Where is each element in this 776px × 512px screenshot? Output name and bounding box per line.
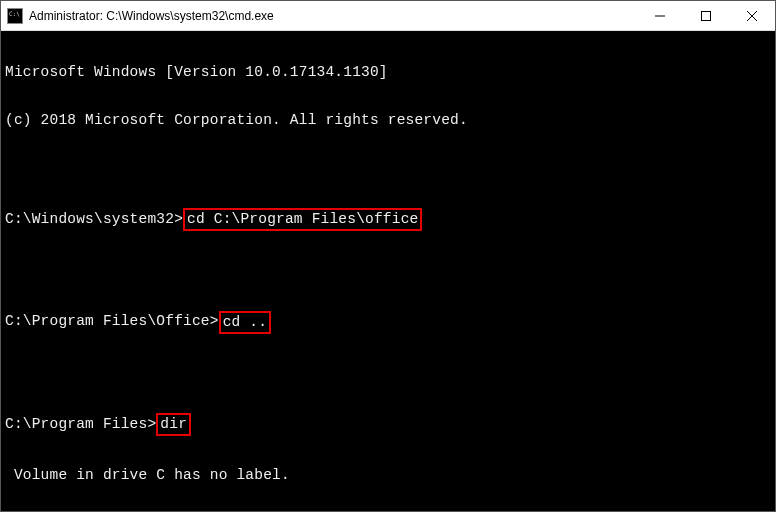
- volume-line: Volume in drive C has no label.: [5, 468, 771, 484]
- prompt-line: C:\Windows\system32>cd C:\Program Files\…: [5, 208, 771, 231]
- app-icon: [7, 8, 23, 24]
- blank-line: [5, 366, 771, 382]
- banner-line: Microsoft Windows [Version 10.0.17134.11…: [5, 65, 771, 81]
- prompt-line: C:\Program Files>dir: [5, 413, 771, 436]
- blank-line: [5, 263, 771, 279]
- banner-line: (c) 2018 Microsoft Corporation. All righ…: [5, 113, 771, 129]
- highlighted-command: cd C:\Program Files\office: [183, 208, 422, 231]
- close-button[interactable]: [729, 1, 775, 30]
- titlebar[interactable]: Administrator: C:\Windows\system32\cmd.e…: [1, 1, 775, 31]
- svg-rect-1: [702, 11, 711, 20]
- blank-line: [5, 161, 771, 177]
- maximize-button[interactable]: [683, 1, 729, 30]
- window-controls: [637, 1, 775, 30]
- prompt: C:\Program Files\Office>: [5, 314, 219, 330]
- minimize-button[interactable]: [637, 1, 683, 30]
- terminal-output[interactable]: Microsoft Windows [Version 10.0.17134.11…: [1, 31, 775, 511]
- cmd-window: Administrator: C:\Windows\system32\cmd.e…: [0, 0, 776, 512]
- prompt: C:\Windows\system32>: [5, 212, 183, 228]
- window-title: Administrator: C:\Windows\system32\cmd.e…: [29, 9, 637, 23]
- highlighted-command: cd ..: [219, 311, 272, 334]
- highlighted-command: dir: [156, 413, 191, 436]
- prompt-line: C:\Program Files\Office>cd ..: [5, 311, 771, 334]
- prompt: C:\Program Files>: [5, 417, 156, 433]
